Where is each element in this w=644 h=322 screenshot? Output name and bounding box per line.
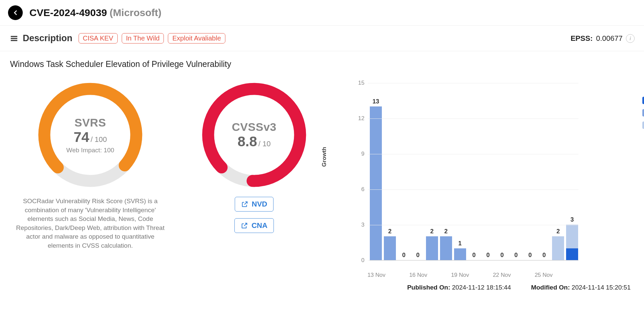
bar-column[interactable]: 13 [369,98,382,260]
bar-column[interactable]: 2 [552,228,564,260]
cna-link-label: CNA [251,221,267,230]
epss-label: EPSS: [570,34,593,43]
y-tick-label: 12 [351,115,364,122]
svrs-title: SVRS [35,116,145,129]
info-icon[interactable]: i [626,34,635,43]
bar-column[interactable]: 2 [440,228,452,260]
bar-rect [552,236,564,260]
chart-area: 1320022100000023 13 Nov16 Nov19 Nov22 No… [351,83,578,270]
nvd-link-label: NVD [252,200,267,209]
bar-segment [440,236,452,260]
published-on: Published On: 2024-11-12 18:15:44 [407,284,511,291]
external-link-icon [241,222,248,229]
bar-value-label: 1 [458,240,462,247]
bar-column[interactable]: 1 [454,240,466,260]
bar-value-label: 0 [416,252,420,259]
cvss-value: 8.8 [237,134,257,149]
bar-segment [454,248,466,260]
bar-rect [384,236,396,260]
svg-rect-0 [11,36,17,37]
bar-column[interactable]: 0 [412,252,424,260]
bar-rect [370,106,382,260]
svrs-panel: SVRS 74/ 100 Web Impact: 100 SOCRadar Vu… [10,76,171,270]
bar-column[interactable]: 0 [398,252,410,260]
bar-value-label: 0 [514,252,518,259]
epss-score: EPSS: 0.00677 i [570,34,635,43]
svrs-donut: SVRS 74/ 100 Web Impact: 100 [35,80,145,190]
bar-column[interactable]: 3 [566,216,578,260]
bar-rect [454,248,466,260]
cvss-title: CVSSv3 [199,120,309,134]
svrs-value: 74 [74,129,89,145]
bar-value-label: 0 [402,252,406,259]
bar-value-label: 2 [556,228,560,235]
modified-value: 2024-11-14 15:20:51 [572,284,631,291]
svrs-max: / 100 [91,135,107,144]
panels-row: SVRS 74/ 100 Web Impact: 100 SOCRadar Vu… [0,72,644,277]
arrow-left-icon [12,9,19,16]
y-tick-label: 6 [351,186,364,193]
svg-rect-2 [11,40,17,41]
bar-segment [566,248,578,260]
bar-segment [426,236,438,260]
description-header-left: Description CISA KEV In The Wild Exploit… [9,33,225,44]
bar-column[interactable]: 0 [482,252,495,260]
bar-segment [566,225,578,248]
bar-column[interactable]: 0 [524,252,536,260]
tag-exploit-available[interactable]: Exploit Avaliable [168,33,225,44]
svrs-center: SVRS 74/ 100 Web Impact: 100 [35,116,145,154]
legend-swatch-icon [642,109,644,116]
gridline [368,260,578,261]
bar-value-label: 13 [372,98,379,105]
published-label: Published On: [407,284,450,291]
cve-id: CVE-2024-49039 [29,7,107,18]
gridline [368,225,578,225]
gridline [368,118,578,119]
bar-segment [370,106,382,260]
bar-column[interactable]: 0 [496,252,508,260]
modified-on: Modified On: 2024-11-14 15:20:51 [531,284,631,291]
bar-value-label: 2 [430,228,434,235]
bar-rect [440,236,452,260]
y-tick-label: 3 [351,222,364,228]
gridline [368,189,578,190]
legend-swatch-icon [642,97,644,104]
bar-column[interactable]: 0 [510,252,522,260]
bar-column[interactable]: 0 [468,252,480,260]
tag-in-the-wild[interactable]: In The Wild [122,33,164,44]
bar-column[interactable]: 2 [426,228,438,260]
bars-container: 1320022100000023 [369,83,578,260]
epss-value: 0.00677 [596,34,623,43]
x-tick-label: 13 Nov [367,272,386,278]
cvss-max: / 10 [258,140,271,148]
bar-segment [384,236,396,260]
bar-segment [552,236,564,260]
y-axis-title: Growth [321,147,328,167]
legend-github[interactable]: GitHub [642,96,644,104]
bar-column[interactable]: 2 [384,228,396,260]
legend-news[interactable]: News [642,109,644,116]
footer-meta: Published On: 2024-11-12 18:15:44 Modifi… [0,277,644,298]
legend-swatch-icon [642,122,644,129]
back-button[interactable] [8,5,23,20]
x-tick-label: 19 Nov [451,272,469,278]
bar-value-label: 0 [542,252,546,259]
bar-column[interactable]: 0 [538,252,550,260]
bar-value-label: 2 [388,228,392,235]
external-link-icon [241,200,248,208]
x-tick-label: 16 Nov [409,272,427,278]
svrs-description: SOCRadar Vulnerability Risk Score (SVRS)… [13,197,167,250]
top-bar: CVE-2024-49039 (Microsoft) [0,0,644,26]
svrs-sub: Web Impact: 100 [35,147,145,154]
gridline [368,83,578,83]
legend-tweets[interactable]: Tweets [642,121,644,129]
y-tick-label: 15 [351,80,364,86]
cna-link[interactable]: CNA [234,218,274,233]
chart-legend: GitHub News Tweets [642,96,644,129]
cvss-center: CVSSv3 8.8/ 10 [199,120,309,150]
modified-label: Modified On: [531,284,570,291]
bar-value-label: 0 [472,252,476,259]
nvd-link[interactable]: NVD [235,197,274,212]
tag-cisa-kev[interactable]: CISA KEV [79,33,118,44]
description-text: Windows Task Scheduler Elevation of Priv… [0,51,644,72]
